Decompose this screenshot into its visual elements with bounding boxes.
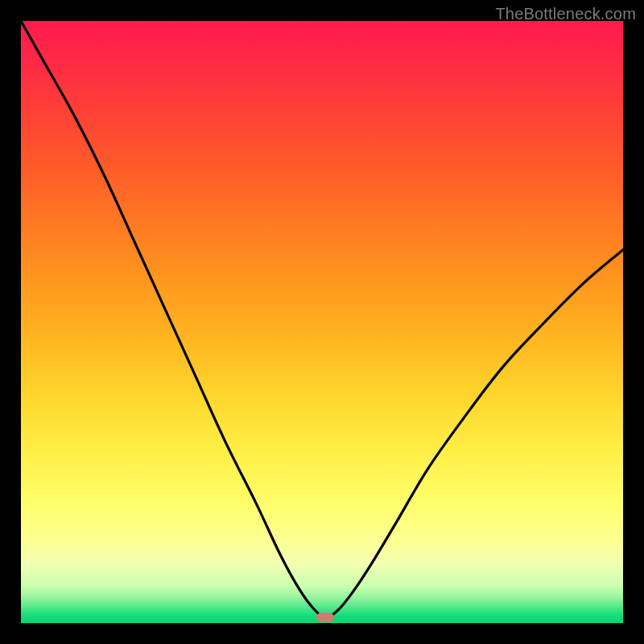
plot-area [21,21,623,623]
optimum-marker [316,613,334,622]
bottleneck-curve [21,21,623,623]
chart-frame: TheBottleneck.com [0,0,644,644]
watermark-text: TheBottleneck.com [495,5,636,23]
